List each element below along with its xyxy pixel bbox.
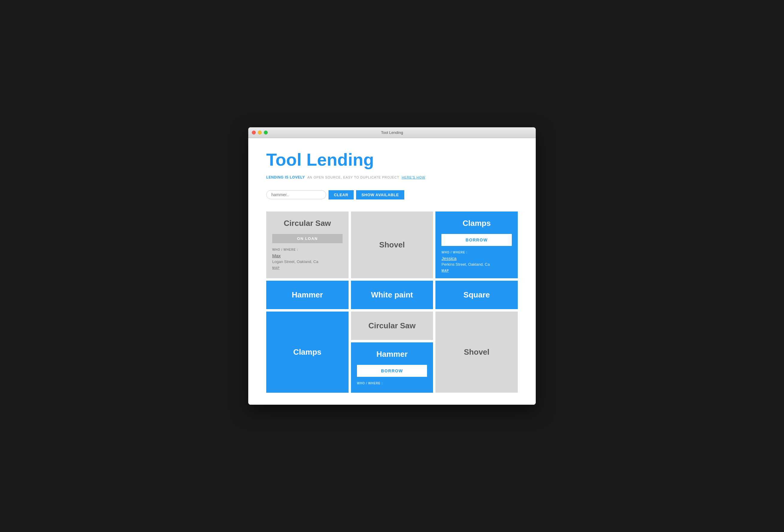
- card-title: Clamps: [441, 219, 512, 228]
- card-shovel-col3: Shovel: [436, 311, 518, 393]
- who-where-label: WHO / WHERE :: [272, 248, 343, 251]
- person-name[interactable]: Max: [272, 253, 343, 258]
- card-shovel-col2: Shovel: [351, 212, 433, 278]
- map-link[interactable]: MAP: [441, 269, 512, 272]
- on-loan-badge: ON LOAN: [272, 234, 343, 243]
- borrow-button[interactable]: BORROW: [441, 234, 512, 246]
- person-name[interactable]: Jessica: [441, 256, 512, 261]
- card-title: White paint: [371, 290, 413, 300]
- card-title: Hammer: [292, 290, 323, 300]
- heres-how-link[interactable]: HERE'S HOW: [401, 175, 425, 179]
- map-link[interactable]: MAP: [272, 266, 343, 270]
- maximize-button[interactable]: [264, 131, 268, 135]
- col2-bottom: Circular Saw Hammer BORROW WHO / WHERE :: [351, 311, 433, 393]
- card-clamps-col3: Clamps BORROW WHO / WHERE : Jessica Perk…: [436, 212, 518, 278]
- titlebar: Tool Lending: [248, 127, 536, 138]
- card-title: Shovel: [379, 240, 404, 250]
- show-available-button[interactable]: SHOW AVAILABLE: [356, 190, 404, 199]
- window-body: Tool Lending LENDING IS LOVELY AN OPEN S…: [248, 138, 536, 405]
- tool-grid: Circular Saw ON LOAN WHO / WHERE : Max L…: [266, 212, 518, 393]
- app-window: Tool Lending Tool Lending LENDING IS LOV…: [248, 127, 536, 405]
- borrow-button[interactable]: BORROW: [357, 365, 427, 377]
- card-circular-saw-col2: Circular Saw: [351, 311, 433, 340]
- brand-label: LENDING IS LOVELY: [266, 175, 305, 179]
- card-hammer-col2: Hammer BORROW WHO / WHERE :: [351, 342, 433, 393]
- card-clamps-col1: Clamps: [266, 311, 348, 393]
- card-square-col3: Square: [436, 281, 518, 309]
- card-white-paint-col2: White paint: [351, 281, 433, 309]
- person-address: Perkins Street, Oakland, Ca: [441, 262, 512, 267]
- card-circular-saw-col1: Circular Saw ON LOAN WHO / WHERE : Max L…: [266, 212, 348, 278]
- card-title: Circular Saw: [368, 321, 416, 330]
- card-title: Square: [464, 290, 490, 300]
- card-hammer-col1: Hammer: [266, 281, 348, 309]
- card-title: Hammer: [357, 349, 427, 359]
- search-row: CLEAR SHOW AVAILABLE: [266, 190, 518, 199]
- card-title: Shovel: [464, 347, 489, 357]
- clear-button[interactable]: CLEAR: [329, 190, 354, 199]
- who-where-label: WHO / WHERE :: [441, 251, 512, 254]
- minimize-button[interactable]: [258, 131, 262, 135]
- window-title: Tool Lending: [381, 130, 403, 135]
- who-where-label: WHO / WHERE :: [357, 382, 427, 385]
- page-title: Tool Lending: [266, 150, 518, 169]
- person-address: Logan Street, Oakland, Ca: [272, 259, 343, 264]
- card-title: Clamps: [293, 347, 321, 357]
- traffic-lights: [252, 131, 268, 135]
- search-input[interactable]: [266, 190, 326, 199]
- close-button[interactable]: [252, 131, 256, 135]
- card-title: Circular Saw: [272, 219, 343, 228]
- subtitle-text: AN OPEN SOURCE, EASY TO DUPLICATE PROJEC…: [307, 175, 399, 179]
- subtitle-row: LENDING IS LOVELY AN OPEN SOURCE, EASY T…: [266, 175, 518, 179]
